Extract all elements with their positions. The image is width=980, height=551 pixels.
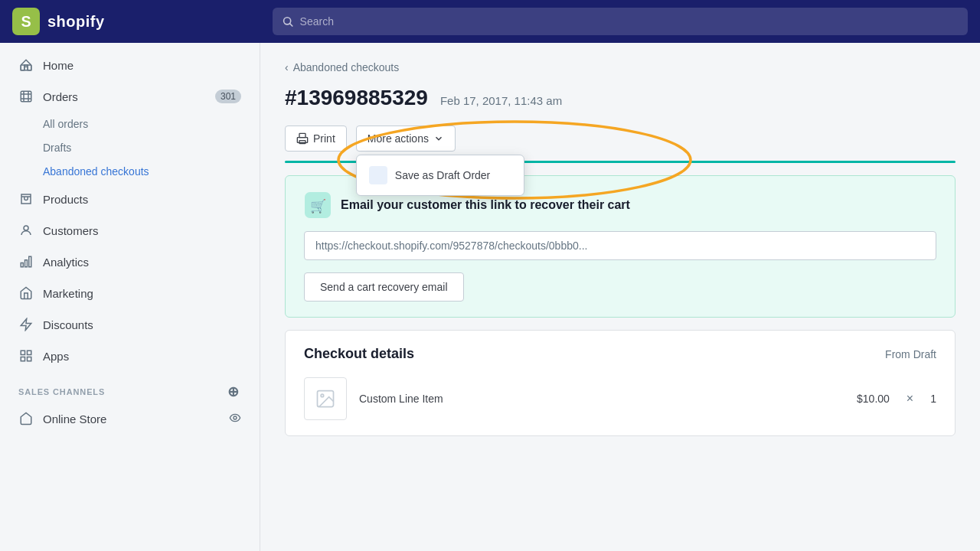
- svg-rect-16: [299, 133, 305, 137]
- add-sales-channel-btn[interactable]: ⊕: [226, 384, 241, 399]
- more-actions-button[interactable]: More actions: [356, 126, 456, 152]
- apps-icon: [18, 348, 34, 364]
- svg-rect-13: [21, 357, 24, 361]
- product-name: Custom Line Item: [359, 393, 844, 405]
- sidebar-item-products[interactable]: Products: [6, 184, 253, 214]
- cart-recover-icon: 🛒: [304, 191, 332, 219]
- sidebar-item-orders[interactable]: Orders 301: [6, 81, 253, 112]
- svg-rect-19: [372, 169, 384, 181]
- send-cart-recovery-button[interactable]: Send a cart recovery email: [304, 272, 464, 302]
- draft-order-icon: 📋: [369, 166, 387, 184]
- sidebar-item-label-analytics: Analytics: [43, 256, 89, 269]
- sidebar-item-label-customers: Customers: [43, 224, 99, 237]
- sidebar: Home Orders 301 All orders Drafts Abando…: [0, 43, 260, 551]
- page-title: #13969885329: [285, 86, 428, 110]
- svg-point-2: [284, 18, 291, 24]
- sidebar-item-online-store[interactable]: Online Store: [6, 403, 253, 434]
- sidebar-item-label-products: Products: [43, 193, 88, 206]
- logo-text: shopify: [47, 13, 105, 31]
- breadcrumb-arrow: ‹: [285, 61, 289, 73]
- top-nav: S shopify: [0, 0, 980, 43]
- sidebar-item-marketing[interactable]: Marketing: [6, 278, 253, 308]
- svg-rect-5: [21, 91, 31, 102]
- breadcrumb[interactable]: ‹ Abandoned checkouts: [285, 61, 956, 73]
- sidebar-sub-item-all-orders[interactable]: All orders: [6, 112, 253, 135]
- checkout-card: Checkout details From Draft Custom Line …: [285, 330, 956, 436]
- discounts-icon: [18, 317, 34, 332]
- svg-text:S: S: [21, 13, 31, 30]
- svg-rect-7: [21, 263, 23, 267]
- sidebar-item-apps[interactable]: Apps: [6, 341, 253, 371]
- sidebar-item-analytics[interactable]: Analytics: [6, 246, 253, 277]
- online-store-icon: [18, 411, 34, 426]
- svg-rect-8: [25, 260, 28, 267]
- home-icon: [18, 57, 34, 73]
- search-bar[interactable]: [273, 8, 968, 35]
- print-icon: [296, 132, 309, 145]
- sidebar-item-discounts[interactable]: Discounts: [6, 309, 253, 340]
- svg-line-3: [290, 24, 293, 27]
- search-icon: [282, 15, 294, 28]
- product-price: $10.00: [857, 393, 890, 405]
- sidebar-sub-item-drafts[interactable]: Drafts: [6, 136, 253, 159]
- toolbar-wrapper: Print More actions 📋 Save as Draft Or: [285, 126, 956, 152]
- analytics-icon: [18, 254, 34, 269]
- sidebar-item-home[interactable]: Home: [6, 50, 253, 80]
- sidebar-item-label-marketing: Marketing: [43, 287, 93, 300]
- page-header: #13969885329 Feb 17, 2017, 11:43 am: [285, 86, 956, 110]
- shopify-logo-icon: S: [12, 8, 40, 35]
- online-store-label: Online Store: [43, 412, 106, 425]
- from-draft-label: From Draft: [885, 348, 936, 360]
- product-row: Custom Line Item $10.00 × 1: [304, 377, 936, 420]
- marketing-icon: [18, 285, 34, 301]
- svg-point-25: [321, 394, 324, 397]
- breadcrumb-label: Abandoned checkouts: [293, 61, 400, 73]
- chevron-down-icon: [433, 133, 444, 144]
- sidebar-item-label-apps: Apps: [43, 350, 69, 363]
- products-icon: [18, 191, 34, 207]
- svg-text:🛒: 🛒: [310, 198, 327, 214]
- svg-marker-10: [21, 319, 31, 331]
- sidebar-item-label-discounts: Discounts: [43, 318, 93, 331]
- print-button[interactable]: Print: [285, 126, 347, 152]
- sidebar-item-customers[interactable]: Customers: [6, 215, 253, 246]
- content-area: ‹ Abandoned checkouts #13969885329 Feb 1…: [260, 43, 980, 551]
- product-image: [304, 377, 347, 420]
- svg-rect-4: [21, 65, 31, 70]
- svg-rect-14: [28, 357, 31, 361]
- orders-badge: 301: [215, 90, 241, 103]
- orders-icon: [18, 89, 34, 104]
- more-actions-dropdown: 📋 Save as Draft Order: [356, 155, 524, 196]
- recovery-card-title: Email your customer this link to recover…: [341, 198, 630, 212]
- main-layout: Home Orders 301 All orders Drafts Abando…: [0, 43, 980, 551]
- svg-rect-12: [28, 350, 31, 354]
- svg-rect-9: [29, 256, 31, 267]
- product-multiplier: ×: [906, 392, 913, 406]
- checkout-card-header: Checkout details From Draft: [304, 346, 936, 362]
- toolbar: Print More actions 📋 Save as Draft Or: [285, 126, 956, 152]
- search-input[interactable]: [300, 15, 959, 28]
- checkout-title: Checkout details: [304, 346, 414, 362]
- svg-rect-11: [21, 350, 24, 354]
- online-store-view-icon[interactable]: [229, 412, 241, 426]
- recovery-card: 🛒 Email your customer this link to recov…: [285, 175, 956, 318]
- page-date: Feb 17, 2017, 11:43 am: [440, 94, 562, 107]
- more-actions-wrapper: More actions 📋 Save as Draft Order: [356, 126, 456, 152]
- svg-point-6: [24, 226, 28, 230]
- recovery-url[interactable]: https://checkout.shopify.com/9527878/che…: [304, 231, 936, 260]
- save-draft-order-item[interactable]: 📋 Save as Draft Order: [357, 158, 524, 192]
- sales-channels-label: SALES CHANNELS ⊕: [0, 372, 260, 403]
- svg-point-15: [234, 416, 237, 419]
- customers-icon: [18, 223, 34, 238]
- product-quantity: 1: [930, 393, 936, 405]
- sidebar-item-label-home: Home: [43, 59, 74, 72]
- sidebar-sub-item-abandoned[interactable]: Abandoned checkouts: [6, 160, 253, 183]
- sidebar-item-label-orders: Orders: [43, 90, 78, 103]
- logo-area: S shopify: [12, 8, 273, 35]
